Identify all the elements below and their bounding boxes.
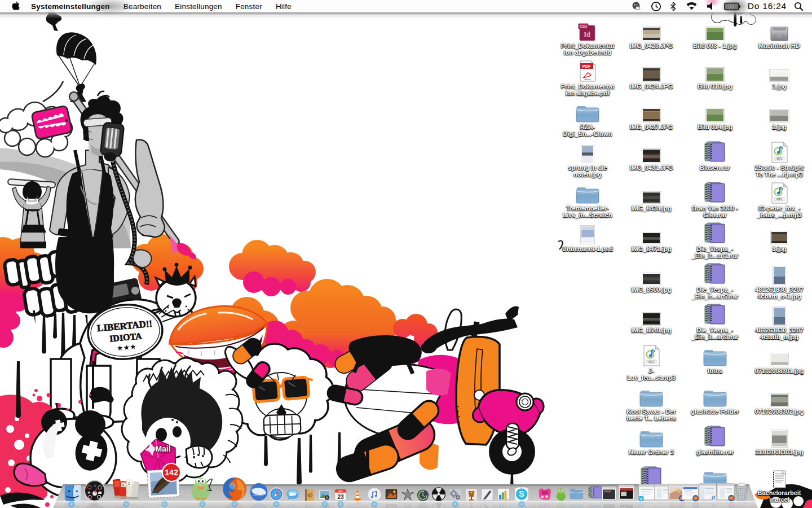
svg-text:142: 142 [165, 468, 178, 477]
svg-text:@: @ [307, 505, 313, 508]
svg-text:S: S [519, 489, 524, 498]
svg-text:s: s [640, 503, 642, 507]
svg-text:A: A [121, 483, 125, 488]
svg-text:DEZ: DEZ [338, 491, 343, 493]
svg-text:23: 23 [337, 493, 344, 500]
svg-text:Z: Z [128, 481, 131, 486]
svg-text:@: @ [307, 492, 313, 498]
svg-text:s: s [640, 497, 642, 501]
svg-text:♫: ♫ [93, 483, 96, 488]
